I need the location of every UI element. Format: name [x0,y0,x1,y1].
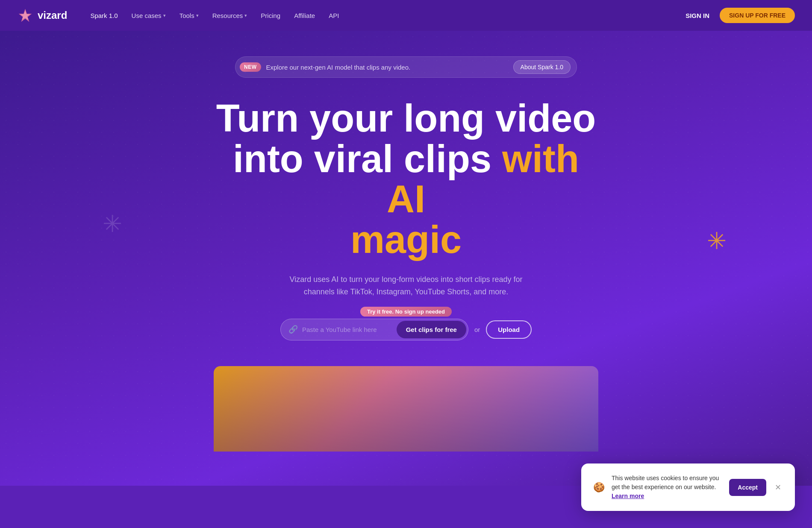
learn-more-link[interactable]: Learn more [612,493,644,499]
upload-button[interactable]: Upload [486,320,532,339]
deco-asterisk-right: ✳ [707,227,727,255]
hero-headline: Turn your long video into viral clips wi… [214,98,598,260]
new-badge: NEW [240,62,261,72]
cookie-text: This website uses cookies to ensure you … [612,474,722,501]
hero-section: ✳ ✳ NEW Explore our next-gen AI model th… [0,31,812,486]
announcement-text: Explore our next-gen AI model that clips… [266,64,411,71]
or-separator: or [474,326,480,333]
nav-api[interactable]: API [323,9,345,23]
nav-affiliate[interactable]: Affiliate [288,9,321,23]
chevron-down-icon: ▾ [163,13,166,18]
logo-icon [17,7,33,23]
cta-try-label: Try it free. No sign up needed [360,307,452,317]
chevron-down-icon: ▾ [244,13,247,18]
get-clips-button[interactable]: Get clips for free [397,321,466,338]
nav-tools[interactable]: Tools ▾ [174,9,205,23]
hero-subtext: Vizard uses AI to turn your long-form vi… [278,273,534,298]
youtube-url-input[interactable] [302,326,397,333]
signup-button[interactable]: SIGN UP FOR FREE [720,8,795,23]
deco-asterisk-left: ✳ [103,210,122,238]
about-spark-button[interactable]: About Spark 1.0 [513,60,571,74]
brand-name: vizard [38,9,67,21]
signin-button[interactable]: SIGN IN [680,9,715,23]
announcement-bar: NEW Explore our next-gen AI model that c… [235,56,577,78]
link-icon: 🔗 [288,325,298,334]
nav-links: Spark 1.0 Use cases ▾ Tools ▾ Resources … [84,9,680,23]
logo-link[interactable]: vizard [17,7,67,23]
close-cookie-banner-button[interactable]: ✕ [773,481,783,494]
cta-wrapper: Try it free. No sign up needed 🔗 Get cli… [280,319,532,340]
url-input-group: 🔗 Get clips for free [280,319,468,340]
announcement-left: NEW Explore our next-gen AI model that c… [240,62,410,72]
cookie-banner: 🍪 This website uses cookies to ensure yo… [581,463,795,511]
headline-line2: into viral clips [233,138,502,180]
nav-spark[interactable]: Spark 1.0 [84,9,124,23]
chevron-down-icon: ▾ [196,13,199,18]
hero-preview [214,366,598,452]
nav-pricing[interactable]: Pricing [255,9,286,23]
navbar: vizard Spark 1.0 Use cases ▾ Tools ▾ Res… [0,0,812,31]
nav-resources[interactable]: Resources ▾ [206,9,253,23]
cookie-icon: 🍪 [593,482,605,493]
nav-actions: SIGN IN SIGN UP FOR FREE [680,8,795,23]
accept-cookies-button[interactable]: Accept [729,479,766,496]
nav-use-cases[interactable]: Use cases ▾ [126,9,172,23]
headline-line3: magic [350,218,462,261]
headline-line1: Turn your long video [216,97,596,140]
